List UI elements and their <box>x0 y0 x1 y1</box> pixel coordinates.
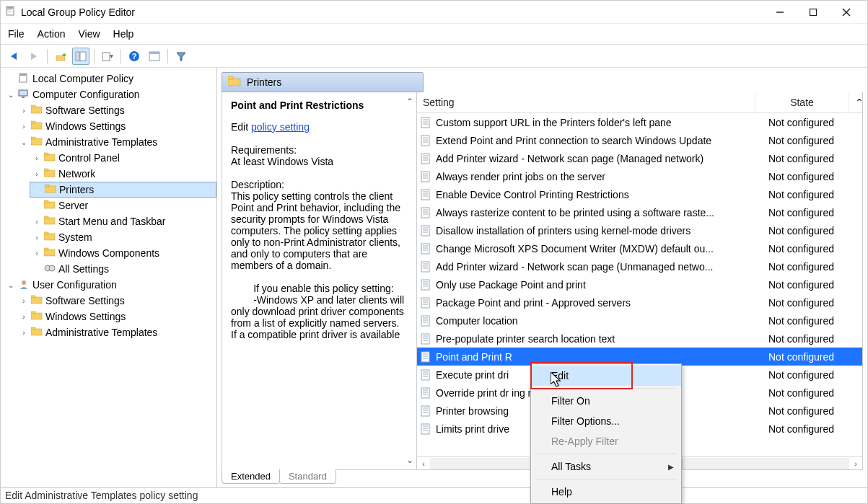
up-icon[interactable] <box>52 48 69 65</box>
ctx-reapply-filter: Re-Apply Filter <box>531 431 681 451</box>
enable-bullet: -Windows XP and later clients will only … <box>231 294 408 340</box>
properties-icon[interactable] <box>146 48 163 65</box>
svg-rect-24 <box>22 97 25 98</box>
ctx-all-tasks[interactable]: All Tasks▶ <box>531 456 681 477</box>
tree-uc-admin-templates[interactable]: ›Administrative Templates <box>17 324 216 340</box>
detail-pane[interactable]: ⌃ Point and Print Restrictions Edit poli… <box>222 92 417 469</box>
list-row[interactable]: Always render print jobs on the serverNo… <box>417 167 862 185</box>
chevron-right-icon[interactable]: › <box>19 106 28 115</box>
svg-rect-60 <box>421 136 429 146</box>
policy-title: Point and Print Restrictions <box>231 100 408 111</box>
back-icon[interactable] <box>5 48 22 65</box>
chevron-right-icon[interactable]: › <box>32 154 41 162</box>
chevron-right-icon[interactable]: › <box>32 233 41 242</box>
list-row[interactable]: Computer locationNot configured <box>417 311 862 330</box>
menu-file[interactable]: File <box>8 28 25 40</box>
chevron-right-icon[interactable]: › <box>32 169 41 178</box>
chevron-right-icon[interactable]: › <box>32 217 41 226</box>
tree-at-control-panel[interactable]: ›Control Panel <box>30 150 216 166</box>
tree-cc-admin-templates[interactable]: ⌄Administrative Templates <box>17 134 216 150</box>
tree-at-printers[interactable]: Printers <box>30 182 216 198</box>
policy-setting-link[interactable]: policy setting <box>251 121 310 133</box>
list-row[interactable]: Change Microsoft XPS Document Writer (MX… <box>417 239 862 257</box>
policy-item-icon <box>420 189 431 200</box>
tree-computer-config[interactable]: ⌄ Computer Configuration <box>4 87 216 102</box>
chevron-right-icon[interactable]: › <box>19 296 28 305</box>
tree-label: Server <box>58 200 88 211</box>
export-icon[interactable] <box>99 48 116 65</box>
chevron-right-icon[interactable]: › <box>19 122 28 131</box>
tree-uc-windows[interactable]: ›Windows Settings <box>17 309 216 324</box>
svg-rect-32 <box>44 153 48 155</box>
ctx-filter-on[interactable]: Filter On <box>531 391 681 411</box>
tree-at-server[interactable]: Server <box>30 198 216 213</box>
tree-user-config[interactable]: ⌄User Configuration <box>4 277 216 293</box>
policy-icon <box>18 72 30 86</box>
svg-point-47 <box>22 280 26 285</box>
tab-extended[interactable]: Extended <box>222 469 280 484</box>
scroll-up-icon[interactable]: ⌃ <box>406 97 413 107</box>
folder-icon <box>31 105 43 116</box>
scroll-right-icon[interactable]: › <box>849 459 862 468</box>
list-row[interactable]: Only use Package Point and printNot conf… <box>417 275 862 293</box>
menu-help[interactable]: Help <box>113 28 134 40</box>
filter-icon[interactable] <box>172 48 190 65</box>
right-header: Printers <box>222 72 424 92</box>
list-row[interactable]: Pre-populate printer search location tex… <box>417 330 862 348</box>
scroll-up-icon[interactable]: ⌃ <box>849 92 862 112</box>
chevron-down-icon[interactable]: ⌄ <box>6 90 15 99</box>
list-row[interactable]: Disallow installation of printers using … <box>417 221 862 239</box>
list-row[interactable]: Enable Device Control Printing Restricti… <box>417 185 862 203</box>
scroll-down-icon[interactable]: ⌄ <box>406 455 413 465</box>
tree-label: Windows Settings <box>45 311 126 322</box>
list-row[interactable]: Add Printer wizard - Network scan page (… <box>417 257 862 275</box>
close-button[interactable] <box>830 1 863 23</box>
svg-rect-10 <box>56 56 65 61</box>
requirements-label: Requirements: <box>231 144 408 156</box>
tree-pane[interactable]: Local Computer Policy ⌄ Computer Configu… <box>1 68 217 487</box>
tree-uc-software[interactable]: ›Software Settings <box>17 293 216 309</box>
help-icon[interactable]: ? <box>126 48 143 65</box>
svg-rect-12 <box>76 52 79 61</box>
list-row[interactable]: Package Point and print - Approved serve… <box>417 293 862 311</box>
tree-cc-software[interactable]: ›Software Settings <box>17 102 216 118</box>
svg-rect-1 <box>7 7 13 9</box>
tree-label: Administrative Templates <box>45 136 157 148</box>
list-row[interactable]: Extend Point and Print connection to sea… <box>417 131 862 149</box>
chevron-down-icon[interactable]: ⌄ <box>6 280 15 289</box>
tree-at-all-settings[interactable]: All Settings <box>30 261 216 277</box>
row-state: Not configured <box>768 225 859 236</box>
menu-action[interactable]: Action <box>38 28 66 40</box>
list-row[interactable]: Custom support URL in the Printers folde… <box>417 113 862 131</box>
col-setting[interactable]: Setting <box>417 92 755 112</box>
tree-at-win-components[interactable]: ›Windows Components <box>30 245 216 261</box>
chevron-down-icon[interactable]: ⌄ <box>19 138 28 146</box>
svg-rect-124 <box>421 424 429 434</box>
list-row[interactable]: Add Printer wizard - Network scan page (… <box>417 149 862 167</box>
ctx-filter-options[interactable]: Filter Options... <box>531 411 681 431</box>
tree-label: Software Settings <box>45 295 125 306</box>
chevron-right-icon[interactable]: › <box>19 328 28 337</box>
tree-root[interactable]: Local Computer Policy <box>4 71 216 87</box>
maximize-button[interactable] <box>797 1 830 23</box>
row-setting: Always render print jobs on the server <box>436 171 764 182</box>
tab-standard[interactable]: Standard <box>279 469 336 484</box>
minimize-button[interactable] <box>763 1 797 23</box>
toolbar: ? <box>1 45 867 68</box>
tree-at-network[interactable]: ›Network <box>30 166 216 182</box>
scroll-left-icon[interactable]: ‹ <box>417 459 430 468</box>
ctx-help[interactable]: Help <box>531 482 681 502</box>
row-setting: Disallow installation of printers using … <box>436 225 764 236</box>
settings-icon <box>44 263 56 275</box>
tree-at-system[interactable]: ›System <box>30 229 216 245</box>
forward-icon[interactable] <box>25 48 43 65</box>
chevron-right-icon[interactable]: › <box>19 312 28 321</box>
tree-cc-windows[interactable]: ›Windows Settings <box>17 118 216 134</box>
svg-point-46 <box>49 265 55 271</box>
menu-view[interactable]: View <box>78 28 100 40</box>
tree-at-startmenu[interactable]: ›Start Menu and Taskbar <box>30 213 216 229</box>
show-hide-tree-icon[interactable] <box>72 48 89 65</box>
list-row[interactable]: Always rasterize content to be printed u… <box>417 203 862 221</box>
col-state[interactable]: State <box>755 92 849 112</box>
chevron-right-icon[interactable]: › <box>32 249 41 257</box>
